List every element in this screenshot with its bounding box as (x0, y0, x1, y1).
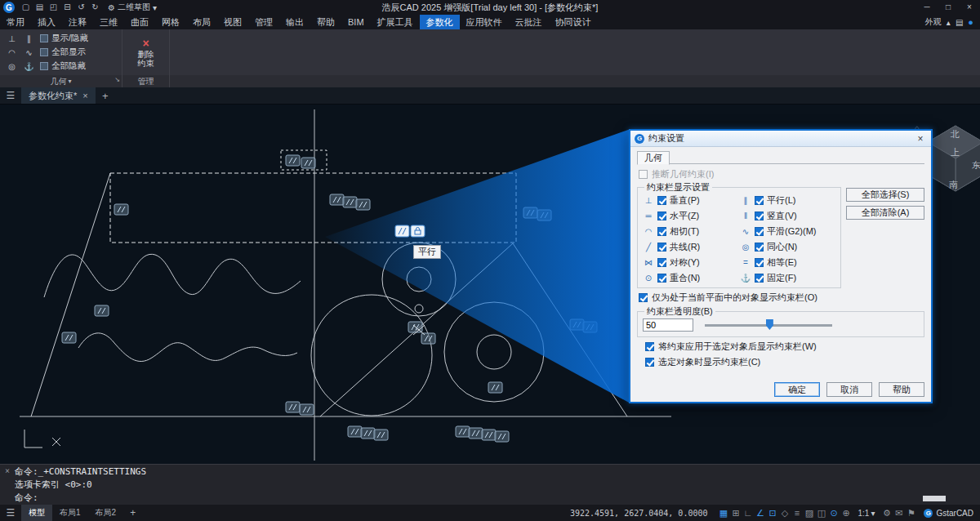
fix-tool-icon[interactable]: ⚓ (20, 60, 38, 73)
show-all-button[interactable]: 全部显示 (38, 46, 122, 59)
constraint-badge[interactable] (469, 428, 483, 439)
select-all-button[interactable]: 全部选择(S) (846, 188, 924, 202)
ribbon-tab-insert[interactable]: 插入 (31, 15, 62, 29)
concentric-checkbox[interactable] (755, 243, 764, 252)
selected-constraint-badge[interactable] (395, 225, 409, 237)
collinear-checkbox[interactable] (657, 243, 666, 252)
constraint-badge[interactable] (361, 428, 375, 439)
constraint-badge[interactable] (330, 194, 344, 205)
ribbon-tab-home[interactable]: 常用 (0, 15, 31, 29)
constraint-badge[interactable] (495, 431, 509, 442)
equal-checkbox[interactable] (755, 258, 764, 267)
clear-all-button[interactable]: 全部清除(A) (846, 206, 924, 220)
add-layout-button[interactable]: + (123, 507, 142, 519)
ribbon-tab-bim[interactable]: BIM (341, 15, 371, 29)
info-icon[interactable]: ● (968, 17, 973, 27)
layout-tab-model[interactable]: 模型 (21, 505, 52, 521)
document-tab[interactable]: 参数化约束* × (21, 87, 96, 104)
show-on-select-checkbox[interactable] (645, 358, 654, 367)
transparency-icon[interactable]: ▨ (804, 508, 816, 519)
constraint-badge[interactable] (482, 430, 496, 440)
smooth-checkbox[interactable] (755, 227, 764, 236)
polar-icon[interactable]: ∠ (755, 508, 767, 519)
concentric-tool-icon[interactable]: ◎ (3, 60, 20, 73)
transparency-input[interactable] (643, 318, 693, 332)
show-hide-button[interactable]: 显示/隐藏 (38, 32, 122, 45)
dialog-launcher-icon[interactable]: ↘ (114, 76, 120, 83)
ortho-icon[interactable]: ∟ (742, 508, 755, 518)
ribbon-tab-layout[interactable]: 布局 (186, 15, 217, 29)
show-after-apply-checkbox[interactable] (645, 342, 654, 351)
command-scrollbar[interactable] (923, 496, 946, 501)
new-document-tab-button[interactable]: + (96, 87, 115, 104)
perpendicular-checkbox[interactable] (657, 196, 666, 205)
dialog-close-icon[interactable]: × (914, 133, 927, 145)
selection-cycling-icon[interactable]: ◫ (816, 508, 828, 519)
ribbon-tab-annotate[interactable]: 注释 (62, 15, 93, 29)
app-logo-icon[interactable]: G (3, 2, 15, 13)
vertical-checkbox[interactable] (755, 212, 764, 220)
open-icon[interactable]: ▤ (33, 0, 47, 15)
document-tab-close-icon[interactable]: × (82, 91, 87, 100)
settings-icon[interactable]: ⚙ (880, 508, 893, 519)
constraint-badge[interactable] (286, 402, 300, 412)
ribbon-tab-help[interactable]: 帮助 (310, 15, 341, 29)
lineweight-icon[interactable]: ≡ (791, 508, 804, 518)
tangent-tool-icon[interactable]: ◠ (3, 47, 20, 59)
parallel-checkbox[interactable] (755, 196, 764, 205)
chevron-up-icon[interactable]: ▴ (947, 18, 951, 27)
ribbon-tab-express[interactable]: 扩展工具 (371, 15, 420, 29)
constraint-badge[interactable] (343, 197, 357, 207)
ribbon-tab-surface[interactable]: 曲面 (124, 15, 155, 29)
infer-constraints-checkbox[interactable] (639, 170, 648, 179)
close-button[interactable]: × (959, 0, 980, 15)
workspace-switch-icon[interactable]: ⊕ (840, 508, 853, 519)
status-menu-icon[interactable]: ☰ (0, 507, 21, 519)
perpendicular-tool-icon[interactable]: ⊥ (3, 33, 20, 45)
help-button[interactable]: 帮助 (879, 382, 924, 397)
maximize-button[interactable]: □ (938, 0, 959, 15)
redo-icon[interactable]: ↻ (88, 0, 102, 15)
cancel-button[interactable]: 取消 (826, 382, 872, 397)
print-icon[interactable]: ⊟ (60, 0, 74, 15)
lock-badge[interactable] (411, 225, 425, 237)
coincident-checkbox[interactable] (657, 274, 666, 283)
hide-all-button[interactable]: 全部隐藏 (38, 60, 122, 73)
command-close-icon[interactable]: × (5, 466, 10, 475)
otrack-icon[interactable]: ◇ (779, 508, 791, 519)
ribbon-tab-output[interactable]: 输出 (279, 15, 310, 29)
ribbon-tab-parametric[interactable]: 参数化 (420, 15, 460, 29)
only-current-plane-checkbox[interactable] (639, 293, 648, 302)
ribbon-tab-mesh[interactable]: 网格 (155, 15, 186, 29)
slider-thumb[interactable] (766, 319, 773, 330)
delete-constraint-button[interactable]: × 删除约束 (136, 38, 157, 68)
symmetric-checkbox[interactable] (657, 258, 666, 267)
horizontal-checkbox[interactable] (657, 212, 666, 220)
tab-geometry[interactable]: 几何 (637, 151, 670, 165)
dialog-title-bar[interactable]: G 约束设置 × (630, 131, 931, 147)
ribbon-tab-apps[interactable]: 应用软件 (460, 15, 509, 29)
workspace-switcher[interactable]: ⚙ 二维草图 ▾ (102, 2, 163, 13)
appearance-label[interactable]: 外观 (925, 16, 942, 28)
ribbon-tab-view[interactable]: 视图 (217, 15, 248, 29)
constraint-badge[interactable] (300, 404, 314, 415)
constraint-badge[interactable] (356, 199, 370, 210)
new-icon[interactable]: ▢ (19, 0, 33, 15)
constraint-badge[interactable] (348, 426, 362, 437)
tangent-checkbox[interactable] (657, 227, 666, 236)
command-input-line[interactable]: 命令: (15, 492, 980, 505)
flag-icon[interactable]: ⚑ (905, 508, 917, 519)
snap-icon[interactable]: ⊞ (730, 508, 742, 519)
minimize-button[interactable]: ─ (916, 0, 938, 15)
ribbon-tab-collaboration[interactable]: 协同设计 (549, 15, 598, 29)
smooth-tool-icon[interactable]: ∿ (20, 47, 38, 59)
fixed-checkbox[interactable] (755, 274, 764, 283)
constraint-badge[interactable] (421, 333, 435, 344)
document-menu-icon[interactable]: ☰ (0, 87, 21, 104)
constraint-badge[interactable] (286, 155, 300, 166)
constraint-badge[interactable] (114, 204, 128, 215)
annotation-scale-icon[interactable]: ⊙ (828, 508, 840, 519)
constraint-badge[interactable] (62, 332, 76, 343)
constraint-badge[interactable] (456, 426, 470, 437)
osnap-icon[interactable]: ⊡ (767, 508, 779, 519)
